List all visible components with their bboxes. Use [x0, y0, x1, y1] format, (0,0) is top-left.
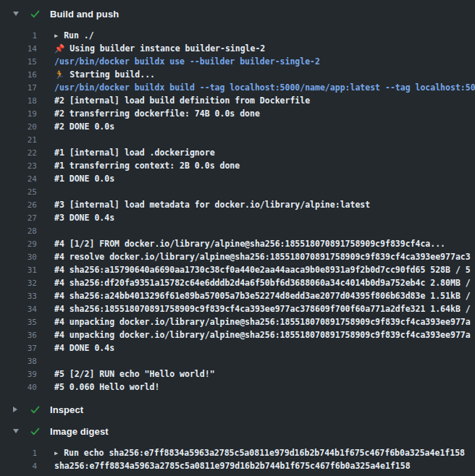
log-line: 17/usr/bin/docker buildx build --tag loc…: [0, 81, 475, 94]
log-line: 35#4 unpacking docker.io/library/alpine@…: [0, 315, 475, 328]
log-line: 31#4 sha256:a15790640a6690aa1730c38cf0a4…: [0, 263, 475, 276]
section-title: Inspect: [50, 404, 83, 415]
line-number[interactable]: 29: [0, 239, 37, 249]
log-line: 30#4 resolve docker.io/library/alpine@sh…: [0, 250, 475, 263]
line-number[interactable]: 4: [0, 462, 37, 471]
log-line: 37#4 DONE 0.4s: [0, 341, 475, 354]
log-section-build-and-push: Build and push1▶Run ./14📌 Using builder …: [0, 4, 475, 398]
log-text: #2 DONE 0.0s: [54, 122, 475, 132]
line-number[interactable]: 37: [0, 344, 37, 353]
check-icon: [29, 8, 41, 20]
line-number[interactable]: 40: [0, 383, 37, 392]
log-text: ▶Run echo sha256:e7ff8834a5963a2785c5a08…: [54, 448, 475, 458]
line-number[interactable]: 32: [0, 279, 37, 288]
check-icon: [29, 404, 41, 415]
line-number[interactable]: 21: [0, 135, 37, 145]
line-number[interactable]: 1: [0, 31, 37, 41]
expand-group-play-icon[interactable]: ▶: [54, 32, 58, 39]
log-text-content: #4 [1/2] FROM docker.io/library/alpine@s…: [54, 239, 445, 249]
log-line: 34#4 sha256:185518070891758909c9f839cf4c…: [0, 302, 475, 315]
section-header-build-and-push[interactable]: Build and push: [0, 4, 475, 24]
log-text-content: sha256:e7ff8834a5963a2785c5a0811e979d16b…: [54, 461, 411, 471]
line-number[interactable]: 28: [0, 226, 37, 236]
check-icon: [29, 425, 41, 437]
log-text-content: #1 DONE 0.0s: [54, 174, 114, 184]
section-title: Image digest: [50, 426, 109, 437]
log-text: #1 DONE 0.0s: [54, 174, 475, 184]
log-text: #2 [internal] load build definition from…: [54, 95, 475, 106]
line-number[interactable]: 16: [0, 70, 37, 80]
line-number[interactable]: 39: [0, 370, 37, 379]
log-line: 29#4 [1/2] FROM docker.io/library/alpine…: [0, 237, 475, 250]
log-line: 15/usr/bin/docker buildx use --builder b…: [0, 55, 475, 68]
section-title: Build and push: [50, 9, 119, 20]
log-text-content: #4 DONE 0.4s: [54, 343, 114, 353]
log-text-content: #3 DONE 0.4s: [54, 213, 114, 223]
log-text: #5 0.060 Hello world!: [54, 382, 475, 392]
log-text: #4 unpacking docker.io/library/alpine@sh…: [54, 317, 475, 327]
line-number[interactable]: 34: [0, 305, 37, 314]
line-number[interactable]: 31: [0, 265, 37, 275]
log-line: 22#1 [internal] load .dockerignore: [0, 146, 475, 159]
line-number[interactable]: 27: [0, 213, 37, 223]
line-number[interactable]: 36: [0, 331, 37, 340]
log-line: 39#5 [2/2] RUN echo "Hello world!": [0, 367, 475, 381]
log-text: #1 [internal] load .dockerignore: [54, 148, 475, 158]
log-text-content: #4 unpacking docker.io/library/alpine@sh…: [54, 330, 471, 340]
line-number[interactable]: 19: [0, 109, 37, 119]
log-text: #1 transferring context: 2B 0.0s done: [54, 161, 475, 171]
log-text: #4 unpacking docker.io/library/alpine@sh…: [54, 330, 475, 340]
log-text: #5 [2/2] RUN echo "Hello world!": [54, 369, 475, 379]
line-number[interactable]: 33: [0, 292, 37, 301]
log-text-content: /usr/bin/docker buildx build --tag local…: [54, 82, 475, 93]
line-number[interactable]: 23: [0, 161, 37, 171]
line-number[interactable]: 22: [0, 148, 37, 158]
log-text-content: #4 unpacking docker.io/library/alpine@sh…: [54, 317, 471, 327]
log-line: 4sha256:e7ff8834a5963a2785c5a0811e979d16…: [0, 459, 475, 472]
log-text: /usr/bin/docker buildx use --builder bui…: [54, 56, 475, 67]
log-line: 33#4 sha256:a24bb4013296f61e89ba57005a7b…: [0, 289, 475, 302]
chevron-down-icon: [13, 12, 20, 16]
line-number[interactable]: 25: [0, 187, 37, 197]
log-text-content: #2 transferring dockerfile: 74B 0.0s don…: [54, 109, 260, 119]
log-text-content: #5 0.060 Hello world!: [54, 382, 159, 392]
log-text-content: #4 sha256:a15790640a6690aa1730c38cf0a440…: [54, 265, 471, 275]
line-number[interactable]: 35: [0, 318, 37, 327]
log-line: 19#2 transferring dockerfile: 74B 0.0s d…: [0, 107, 475, 120]
log-line: 38: [0, 354, 475, 367]
log-text-content: #1 [internal] load .dockerignore: [54, 148, 215, 158]
log-text: #4 sha256:a24bb4013296f61e89ba57005a7b3e…: [54, 291, 475, 301]
log-text: #4 sha256:df20fa9351a15782c64e6dddb2d4a6…: [54, 278, 475, 288]
log-line: 24#1 DONE 0.0s: [0, 172, 475, 185]
section-header-image-digest[interactable]: Image digest: [0, 421, 475, 441]
line-number[interactable]: 30: [0, 252, 37, 262]
log-section-image-digest: Image digest1▶Run echo sha256:e7ff8834a5…: [0, 421, 475, 476]
line-number[interactable]: 24: [0, 174, 37, 184]
log-viewer: Build and push1▶Run ./14📌 Using builder …: [0, 0, 475, 476]
line-number[interactable]: 17: [0, 83, 37, 93]
log-line: 18#2 [internal] load build definition fr…: [0, 94, 475, 107]
log-text: #4 [1/2] FROM docker.io/library/alpine@s…: [54, 239, 475, 249]
log-text: #4 sha256:a15790640a6690aa1730c38cf0a440…: [54, 265, 475, 275]
log-text-content: /usr/bin/docker buildx use --builder bui…: [54, 56, 320, 67]
line-number[interactable]: 18: [0, 96, 37, 106]
line-number[interactable]: 20: [0, 122, 37, 132]
log-text: #3 [internal] load metadata for docker.i…: [54, 200, 475, 210]
chevron-right-icon: [13, 407, 20, 412]
log-line: 25: [0, 185, 475, 198]
log-line: 32#4 sha256:df20fa9351a15782c64e6dddb2d4…: [0, 276, 475, 289]
log-text-content: Run echo sha256:e7ff8834a5963a2785c5a081…: [64, 448, 465, 458]
section-header-inspect[interactable]: Inspect: [0, 399, 475, 420]
line-number[interactable]: 1: [0, 449, 37, 458]
expand-group-play-icon[interactable]: ▶: [54, 449, 58, 456]
log-section-inspect: Inspect: [0, 399, 475, 420]
log-text-content: #5 [2/2] RUN echo "Hello world!": [54, 369, 215, 379]
line-number[interactable]: 14: [0, 44, 37, 54]
log-text-content: 📌 Using builder instance builder-single-…: [54, 43, 265, 54]
log-text-content: #4 resolve docker.io/library/alpine@sha2…: [54, 252, 471, 262]
line-number[interactable]: 38: [0, 357, 37, 366]
log-text: 📌 Using builder instance builder-single-…: [54, 43, 475, 54]
log-text-content: #1 transferring context: 2B 0.0s done: [54, 161, 240, 171]
line-number[interactable]: 15: [0, 57, 37, 67]
line-number[interactable]: 26: [0, 200, 37, 210]
